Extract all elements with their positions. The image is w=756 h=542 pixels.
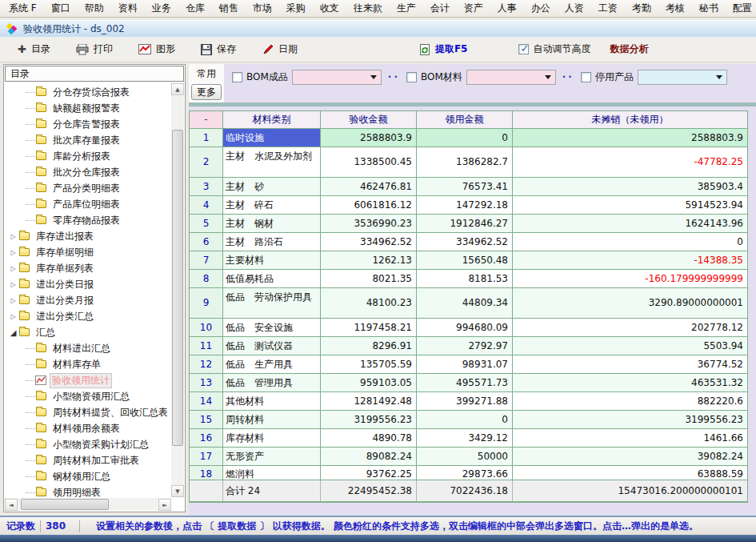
row-number-cell[interactable]: 1 bbox=[190, 129, 223, 147]
value-cell[interactable]: 8296.91 bbox=[321, 337, 417, 355]
menu-item[interactable]: 考核 bbox=[658, 0, 692, 18]
expand-arrow-icon[interactable]: ◢ bbox=[8, 328, 18, 337]
menu-item[interactable]: 业务 bbox=[145, 0, 178, 18]
menu-item[interactable]: 人事 bbox=[490, 0, 524, 18]
tree-item[interactable]: 材料进出汇总 bbox=[5, 340, 171, 356]
value-cell[interactable]: 994680.09 bbox=[417, 319, 513, 336]
category-cell[interactable]: 库存材料 bbox=[223, 429, 321, 447]
value-cell[interactable]: 76573.41 bbox=[417, 178, 513, 195]
menu-item[interactable]: 生产 bbox=[390, 0, 423, 18]
tree-item[interactable]: 小型物资领用汇总 bbox=[5, 388, 171, 404]
menu-item[interactable]: 采购 bbox=[279, 0, 313, 18]
tree-item[interactable]: ▷进出分类日报 bbox=[5, 276, 171, 292]
value-cell[interactable]: -14388.35 bbox=[513, 251, 747, 269]
tree-item[interactable]: ▷库存单据列表 bbox=[5, 260, 171, 276]
row-number-cell[interactable]: 8 bbox=[190, 270, 223, 287]
category-cell[interactable]: 低品 生产用具 bbox=[223, 355, 321, 373]
tree-item[interactable]: 材料领用余额表 bbox=[5, 420, 171, 436]
bom-product-dropdown[interactable] bbox=[292, 70, 382, 85]
value-cell[interactable]: 0 bbox=[417, 411, 513, 428]
row-number-cell[interactable]: 5 bbox=[190, 215, 223, 232]
category-cell[interactable]: 主材 碎石 bbox=[223, 196, 321, 214]
auto-height-checkbox[interactable]: 自动调节高度 bbox=[518, 42, 590, 56]
row-number-cell[interactable]: 14 bbox=[190, 392, 223, 410]
category-cell[interactable]: 低品 管理用具 bbox=[223, 374, 321, 391]
tree-item[interactable]: 分仓存货综合报表 bbox=[5, 84, 171, 100]
menu-item[interactable]: 工资 bbox=[591, 0, 625, 18]
value-cell[interactable]: 463531.32 bbox=[513, 374, 747, 391]
category-cell[interactable]: 主材 路沿石 bbox=[223, 233, 321, 251]
value-cell[interactable]: 39082.24 bbox=[513, 448, 747, 465]
row-number-cell[interactable]: 15 bbox=[190, 411, 223, 428]
menu-item[interactable]: 秘书 bbox=[692, 0, 726, 18]
tree-item[interactable]: 分仓库告警报表 bbox=[5, 116, 171, 132]
row-number-cell[interactable]: 9 bbox=[190, 288, 223, 318]
value-cell[interactable]: 4890.78 bbox=[321, 429, 417, 447]
value-cell[interactable]: 1197458.21 bbox=[321, 319, 417, 336]
disabled-product-dropdown[interactable] bbox=[638, 70, 727, 85]
tree-item[interactable]: 钢材领用汇总 bbox=[5, 468, 171, 484]
value-cell[interactable]: 1281492.48 bbox=[321, 392, 417, 410]
column-header[interactable]: 领用金额 bbox=[417, 111, 513, 128]
value-cell[interactable]: 63888.59 bbox=[513, 466, 747, 480]
collapse-arrow-icon[interactable]: ▷ bbox=[8, 265, 18, 272]
value-cell[interactable]: 1912846.27 bbox=[417, 215, 513, 232]
value-cell[interactable]: 89082.24 bbox=[321, 448, 417, 465]
value-cell[interactable]: 334962.52 bbox=[417, 233, 513, 251]
value-cell[interactable]: 1461.66 bbox=[513, 429, 747, 447]
category-cell[interactable]: 其他材料 bbox=[223, 392, 321, 410]
menu-item[interactable]: 会计 bbox=[423, 0, 457, 18]
category-cell[interactable]: 主材 钢材 bbox=[223, 215, 321, 232]
tree-item[interactable]: 批次库存量报表 bbox=[5, 132, 171, 148]
value-cell[interactable]: 882220.6 bbox=[513, 392, 747, 410]
tree-item[interactable]: 产品分类明细表 bbox=[5, 180, 171, 196]
tree-item[interactable]: 库龄分析报表 bbox=[5, 148, 171, 164]
category-cell[interactable]: 主要材料 bbox=[223, 251, 321, 269]
tree-item[interactable]: 产品库位明细表 bbox=[5, 196, 171, 212]
value-cell[interactable]: 334962.52 bbox=[321, 233, 417, 251]
row-number-cell[interactable]: 13 bbox=[190, 374, 223, 391]
category-cell[interactable]: 无形资产 bbox=[223, 448, 321, 465]
value-cell[interactable]: 3536990.23 bbox=[321, 215, 417, 232]
bom-material-dropdown[interactable] bbox=[466, 70, 556, 85]
value-cell[interactable]: 0 bbox=[513, 233, 747, 251]
horizontal-scroll-thumb[interactable] bbox=[21, 499, 109, 510]
value-cell[interactable]: 1262.13 bbox=[321, 251, 417, 269]
column-header[interactable]: 验收金额 bbox=[321, 111, 417, 128]
value-cell[interactable]: 5914523.94 bbox=[513, 196, 747, 214]
row-number-cell[interactable]: 6 bbox=[190, 233, 223, 251]
scroll-left-icon[interactable]: ◄ bbox=[5, 499, 18, 511]
menu-item[interactable]: 办公 bbox=[524, 0, 558, 18]
category-cell[interactable]: 低品 劳动保护用具 bbox=[223, 288, 321, 318]
data-analysis-button[interactable]: 数据分析 bbox=[603, 40, 654, 58]
scroll-up-icon[interactable]: ▲ bbox=[171, 83, 184, 95]
value-cell[interactable]: -47782.25 bbox=[513, 147, 747, 177]
value-cell[interactable]: 462476.81 bbox=[321, 178, 417, 195]
tree-item[interactable]: 缺额超额报警表 bbox=[5, 100, 171, 116]
category-cell[interactable]: 低品 测试仪器 bbox=[223, 337, 321, 355]
category-cell[interactable]: 燃润料 bbox=[223, 466, 321, 480]
value-cell[interactable]: 0 bbox=[417, 129, 513, 147]
column-header[interactable]: 材料类别 bbox=[223, 111, 321, 128]
tree-item[interactable]: ▷库存进出报表 bbox=[5, 228, 171, 244]
value-cell[interactable]: 98931.07 bbox=[417, 355, 513, 373]
value-cell[interactable]: 2792.97 bbox=[417, 337, 513, 355]
value-cell[interactable]: 36774.52 bbox=[513, 355, 747, 373]
collapse-arrow-icon[interactable]: ▷ bbox=[8, 313, 18, 320]
value-cell[interactable]: 50000 bbox=[417, 448, 513, 465]
row-number-cell[interactable]: 4 bbox=[190, 196, 223, 214]
value-cell[interactable]: 495571.73 bbox=[417, 374, 513, 391]
date-button[interactable]: 日期 bbox=[255, 40, 304, 58]
category-cell[interactable]: 主材 水泥及外加剂 bbox=[223, 147, 321, 177]
row-number-cell[interactable]: 7 bbox=[190, 251, 223, 269]
menu-item[interactable]: 资料 bbox=[111, 0, 145, 18]
tree-item[interactable]: 零库存物品报表 bbox=[5, 212, 171, 228]
row-number-cell[interactable]: 18 bbox=[190, 466, 223, 480]
category-cell[interactable]: 周转材料 bbox=[223, 411, 321, 428]
extract-f5-button[interactable]: 提取F5 bbox=[413, 40, 474, 58]
tree-item[interactable]: ▷进出分类汇总 bbox=[5, 308, 171, 324]
category-cell[interactable]: 临时设施 bbox=[223, 129, 321, 147]
value-cell[interactable]: 385903.4 bbox=[513, 178, 747, 195]
row-number-cell[interactable]: 3 bbox=[190, 178, 223, 195]
tree-item[interactable]: ▷库存单据明细 bbox=[5, 244, 171, 260]
